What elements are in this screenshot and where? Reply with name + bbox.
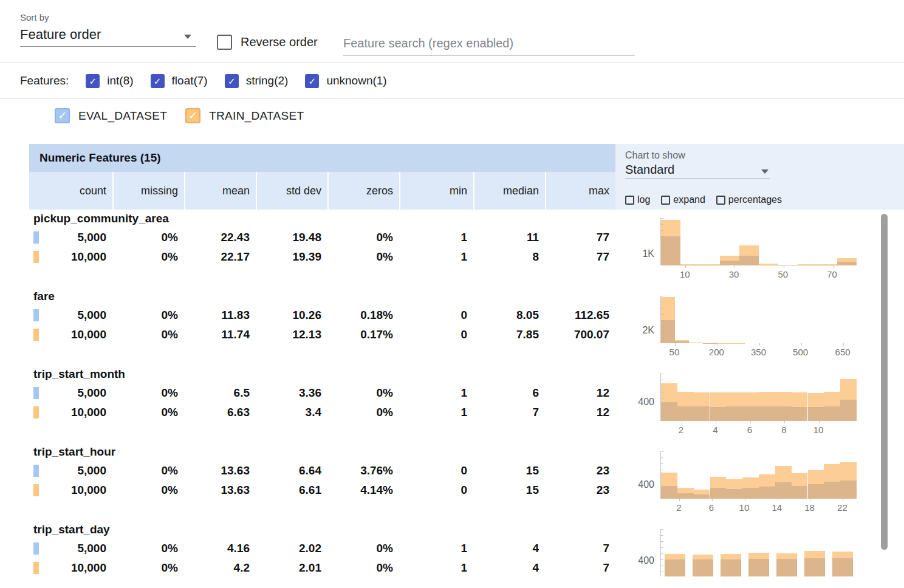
- checkbox-empty-icon[interactable]: [625, 196, 634, 205]
- checkbox-checked-icon[interactable]: ✓: [86, 74, 100, 88]
- train-bar: [748, 553, 769, 576]
- reverse-order-control[interactable]: Reverse order: [217, 35, 318, 50]
- chart-option-label: expand: [673, 194, 705, 205]
- dataset-toggle-eval-dataset[interactable]: ✓EVAL_DATASET: [55, 108, 167, 123]
- feature-name: trip_start_month: [33, 368, 125, 381]
- train-bar: [739, 245, 759, 265]
- x-axis-tick-mark: [801, 343, 802, 346]
- stat-row-eval: 5,0000%4.162.020%147: [29, 539, 615, 558]
- feature-name: trip_start_hour: [33, 445, 115, 459]
- x-axis-tick-label: 50: [778, 269, 789, 279]
- feature-type-filter-unknown-1-[interactable]: ✓unknown(1): [305, 74, 386, 88]
- histogram-bin: [703, 296, 717, 343]
- x-axis-tick-label: 10: [739, 502, 750, 513]
- x-axis-tick-mark: [784, 265, 784, 268]
- dataset-toggle-train-dataset[interactable]: ✓TRAIN_DATASET: [185, 108, 304, 123]
- stat-values-row: 5,0000%22.4319.480%11177: [29, 228, 615, 247]
- histogram-bin: [804, 529, 824, 576]
- scrollbar-thumb[interactable]: [881, 214, 888, 550]
- histogram-bin: [720, 218, 739, 265]
- stat-mean: 11.83: [184, 306, 256, 325]
- chart-panel: Chart to show Standard logexpandpercenta…: [615, 144, 904, 210]
- feature-rows: pickup_community_area5,0000%22.4319.480%…: [0, 210, 904, 588]
- train-bar: [661, 220, 680, 266]
- checkbox-checked-icon[interactable]: ✓: [55, 108, 70, 123]
- chart-option-percentages[interactable]: percentages: [716, 194, 782, 205]
- histogram-bin: [837, 218, 857, 265]
- feature-histogram: 2K50200350500650: [630, 296, 867, 363]
- sort-by-dropdown[interactable]: Feature order: [20, 24, 196, 47]
- stat-count: 5,000: [29, 228, 112, 247]
- x-axis-tick-mark: [716, 421, 716, 423]
- stat-min: 0: [399, 461, 473, 480]
- x-axis-tick-label: 6: [747, 425, 752, 435]
- histogram-bin: [840, 451, 857, 499]
- chart-option-expand[interactable]: expand: [661, 194, 705, 205]
- stat-count: 10,000: [29, 247, 112, 267]
- x-axis-tick-mark: [717, 343, 717, 346]
- chart-type-dropdown[interactable]: Standard: [625, 161, 770, 179]
- histogram-bin: [808, 374, 824, 421]
- train-bar: [710, 477, 727, 499]
- reverse-order-checkbox[interactable]: [217, 35, 232, 50]
- x-axis-tick-mark: [819, 421, 820, 423]
- histogram-bin: [832, 529, 852, 576]
- histogram-bin: [694, 451, 710, 499]
- stat-median: 11: [473, 228, 545, 247]
- stat-row-train: 10,0000%22.1719.390%1877: [29, 247, 615, 267]
- stat-mean: 13.63: [184, 480, 256, 500]
- histogram-bin: [759, 451, 775, 499]
- stat-min: 1: [399, 228, 473, 247]
- stat-std_dev: 12.13: [256, 325, 327, 344]
- histogram-bin: [739, 218, 759, 265]
- histogram-bin: [726, 374, 742, 421]
- y-axis-tick-label: 400: [630, 555, 654, 566]
- train-bar: [665, 554, 685, 576]
- checkbox-checked-icon[interactable]: ✓: [305, 74, 319, 88]
- x-axis-tick-label: 4: [713, 425, 717, 435]
- stat-min: 0: [399, 306, 473, 325]
- stat-median: 4: [473, 539, 545, 558]
- feature-histogram: 400246810: [630, 374, 867, 440]
- feature-block-trip-start-day: trip_start_day5,0000%4.162.020%14710,000…: [0, 521, 904, 588]
- stat-mean: 22.17: [184, 247, 256, 267]
- chart-option-checkboxes: logexpandpercentages: [625, 194, 782, 205]
- feature-type-label: float(7): [172, 74, 208, 87]
- checkbox-empty-icon[interactable]: [661, 196, 670, 205]
- train-bar: [808, 393, 824, 421]
- checkbox-checked-icon[interactable]: ✓: [185, 108, 200, 123]
- feature-type-filter-float-7-[interactable]: ✓float(7): [151, 74, 208, 88]
- train-bar: [832, 552, 852, 576]
- stat-count: 5,000: [29, 539, 112, 558]
- chart-option-log[interactable]: log: [625, 194, 650, 205]
- train-bar: [759, 264, 778, 265]
- column-header-min: min: [399, 172, 473, 210]
- train-bar: [720, 256, 739, 265]
- checkbox-empty-icon[interactable]: [716, 196, 725, 205]
- histogram-bin: [742, 374, 759, 421]
- feature-type-filter-int-8-[interactable]: ✓int(8): [86, 74, 133, 88]
- stat-std_dev: 2.02: [256, 539, 327, 558]
- train-bar: [775, 466, 792, 499]
- chart-option-label: percentages: [728, 194, 782, 205]
- checkbox-checked-icon[interactable]: ✓: [225, 74, 239, 88]
- feature-type-label: string(2): [246, 74, 289, 87]
- feature-type-filter-string-2-[interactable]: ✓string(2): [225, 74, 289, 88]
- stat-row-eval: 5,0000%13.636.643.76%01523: [29, 461, 615, 480]
- feature-type-filters: ✓int(8)✓float(7)✓string(2)✓unknown(1): [86, 74, 386, 88]
- histogram-bin: [759, 374, 775, 421]
- stat-std_dev: 19.48: [256, 228, 327, 247]
- checkbox-checked-icon[interactable]: ✓: [151, 74, 165, 88]
- train-bar: [759, 474, 775, 499]
- x-axis-tick-mark: [745, 499, 745, 501]
- histogram-bin: [700, 218, 719, 265]
- x-axis-tick-mark: [675, 343, 676, 346]
- histogram-bin: [759, 218, 778, 265]
- feature-search-input[interactable]: [343, 32, 635, 56]
- histogram-bin: [710, 451, 727, 499]
- stat-mean: 13.63: [184, 461, 256, 480]
- train-bar: [742, 392, 759, 421]
- stat-missing: 0%: [112, 461, 184, 480]
- histogram-bin: [824, 451, 840, 499]
- histogram-bin: [778, 218, 798, 265]
